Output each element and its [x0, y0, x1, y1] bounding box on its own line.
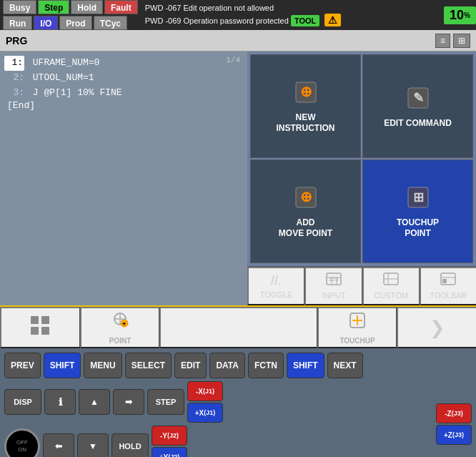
toggle-button[interactable]: //. TOGGLE [247, 267, 304, 305]
prg-split-icon[interactable]: ⊞ [453, 34, 470, 48]
prev-button[interactable]: PREV [4, 353, 41, 378]
disp-button[interactable]: DISP [4, 389, 41, 415]
info-icon: ℹ [59, 396, 62, 408]
fctn-button[interactable]: FCTN [248, 353, 284, 378]
svg-text:⊞: ⊞ [412, 190, 423, 205]
warn-badge: ⚠ [324, 14, 341, 26]
offon-button[interactable]: OFFON [4, 428, 40, 457]
grid-nav-button[interactable] [0, 307, 80, 348]
toolbar-row: //. TOGGLE 123 INPUT [247, 266, 476, 305]
line-content-1: UFRAME_NUM=0 [27, 56, 99, 71]
arrow-right-icon: ➡ [125, 397, 132, 407]
touchup-nav-button[interactable]: TOUCHUP [317, 307, 397, 348]
arrow-left-icon: ⬅ [55, 441, 62, 451]
line-num-1: 1: [4, 56, 24, 71]
custom-icon [383, 272, 399, 289]
svg-text:+: + [122, 320, 126, 328]
menu-button[interactable]: MENU [84, 353, 122, 378]
add-move-point-icon: ⊕ [293, 185, 319, 215]
neg-x-button[interactable]: -X(J1) [187, 381, 223, 401]
point-nav-button[interactable]: + POINT [80, 307, 160, 348]
edit-command-icon: ✎ [405, 85, 431, 115]
busy-button[interactable]: Busy [3, 0, 36, 14]
status-bar: Busy Step Hold Fault Run I/O Prod TCyc P… [0, 0, 476, 30]
step-button[interactable]: Step [38, 0, 69, 14]
hold-kb-label: HOLD [119, 442, 141, 451]
svg-rect-19 [31, 316, 39, 324]
toggle-label: TOGGLE [260, 290, 293, 299]
axis-x-pair: -X(J1) +X(J1) [187, 381, 223, 423]
io-button[interactable]: I/O [34, 16, 58, 30]
prg-icons: ≡ ⊞ [435, 34, 470, 48]
disp-label: DISP [14, 398, 32, 406]
hold-button-kb[interactable]: HOLD [111, 433, 149, 457]
tcyc-button[interactable]: TCyc [94, 16, 127, 30]
edit-command-button[interactable]: ✎ EDIT COMMAND [362, 54, 473, 158]
svg-rect-22 [41, 327, 49, 335]
svg-rect-18 [442, 279, 447, 283]
toolbar-icon [440, 272, 456, 289]
keyboard-area: PREV SHIFT MENU SELECT EDIT DATA FCTN SH… [0, 348, 476, 457]
info-button[interactable]: ℹ [44, 389, 76, 415]
next-icon: ❯ [430, 317, 445, 339]
pos-x-button[interactable]: +X(J1) [187, 403, 223, 423]
toolbar-label: TOOLBAR [430, 291, 467, 300]
hold-button[interactable]: Hold [71, 0, 103, 14]
line-content-2: UTOOL_NUM=1 [27, 71, 94, 86]
pos-z-button[interactable]: +Z(J3) [436, 425, 472, 445]
percent-suffix: % [464, 11, 470, 19]
touchup-point-button[interactable]: ⊞ TOUCHUPPOINT [362, 159, 473, 263]
status-msg-2-text: PWD -069 Operation password protected [145, 16, 289, 25]
add-move-point-button[interactable]: ⊕ ADDMOVE POINT [250, 159, 361, 263]
new-instruction-button[interactable]: ⊕ NEWINSTRUCTION [250, 54, 361, 158]
prg-menu-icon[interactable]: ≡ [435, 34, 450, 48]
neg-z-button[interactable]: -Z(J3) [436, 403, 472, 423]
input-label: INPUT [322, 291, 345, 300]
offon-label: OFFON [16, 439, 28, 453]
next-button[interactable]: NEXT [327, 353, 363, 378]
arrow-up-icon: ▲ [90, 397, 99, 407]
next-nav-button[interactable]: ❯ [397, 307, 476, 348]
run-button[interactable]: Run [3, 16, 32, 30]
prod-button[interactable]: Prod [59, 16, 91, 30]
svg-text:✎: ✎ [412, 91, 423, 105]
status-msg-1: PWD -067 Edit operation not allowed [145, 3, 440, 14]
edit-button[interactable]: EDIT [174, 353, 207, 378]
input-button[interactable]: 123 INPUT [304, 267, 362, 305]
step-button-kb[interactable]: STEP [147, 389, 184, 415]
pos-y-button[interactable]: +Y(J2) [152, 447, 187, 457]
fault-button[interactable]: Fault [104, 0, 138, 14]
prg-title: PRG [6, 35, 435, 46]
percent-value: 10 [450, 8, 464, 23]
shift-right-button[interactable]: SHIFT [287, 353, 324, 378]
kb-row-2: DISP ℹ ▲ ➡ STEP -X(J1) +X(J1) [4, 381, 472, 457]
new-instruction-label: NEWINSTRUCTION [277, 112, 335, 133]
action-buttons: ⊕ NEWINSTRUCTION ✎ EDIT COMMAND [247, 51, 476, 266]
arrow-left-button[interactable]: ⬅ [43, 433, 74, 457]
toolbar-button[interactable]: TOOLBAR [420, 267, 476, 305]
add-move-point-label: ADDMOVE POINT [279, 217, 332, 238]
svg-rect-21 [31, 327, 39, 335]
shift-left-button[interactable]: SHIFT [44, 353, 81, 378]
neg-y-button[interactable]: -Y(J2) [152, 426, 187, 446]
arrow-down-button[interactable]: ▼ [77, 433, 109, 457]
svg-text:123: 123 [329, 276, 339, 282]
main-area: 1/4 1: UFRAME_NUM=0 2: UTOOL_NUM=1 3: J … [0, 51, 476, 305]
custom-button[interactable]: CUSTOM [362, 267, 420, 305]
svg-rect-20 [41, 316, 49, 324]
select-button[interactable]: SELECT [125, 353, 172, 378]
arrow-right-button[interactable]: ➡ [113, 389, 144, 415]
custom-label: CUSTOM [374, 291, 407, 300]
point-icon: + [110, 310, 130, 335]
edit-command-label: EDIT COMMAND [384, 118, 452, 128]
axis-y-pair: -Y(J2) +Y(J2) [152, 426, 187, 457]
arrow-up-button[interactable]: ▲ [79, 389, 110, 415]
code-line-3: 3: J @P[1] 10% FINE [4, 86, 243, 101]
touchup-nav-label: TOUCHUP [339, 337, 375, 345]
bottom-nav: + POINT TOUCHUP ❯ [0, 305, 476, 348]
status-msg-2: PWD -069 Operation password protected TO… [145, 14, 440, 28]
data-button[interactable]: DATA [209, 353, 245, 378]
arrow-down-icon: ▼ [89, 441, 97, 451]
touchup-point-label: TOUCHUPPOINT [397, 217, 439, 238]
tool-badge: TOOL [291, 15, 319, 26]
